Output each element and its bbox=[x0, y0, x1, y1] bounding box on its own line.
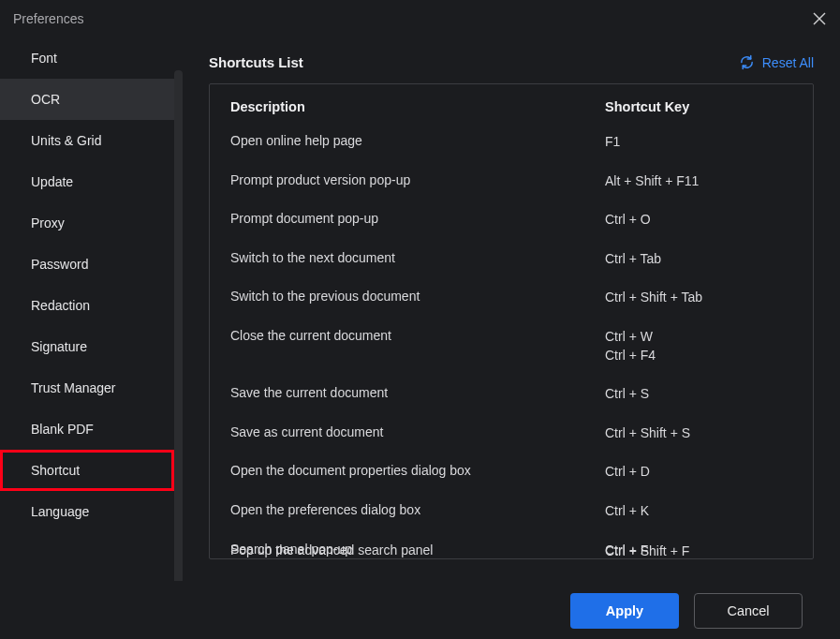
refresh-icon bbox=[739, 54, 755, 70]
main: Font OCR Units & Grid Update Proxy Passw… bbox=[0, 37, 840, 581]
sidebar-item-language[interactable]: Language bbox=[0, 491, 174, 532]
shortcut-row[interactable]: Save as current document Ctrl + Shift + … bbox=[230, 424, 792, 443]
shortcut-desc: Open the preferences dialog box bbox=[230, 502, 605, 517]
titlebar: Preferences bbox=[0, 0, 840, 37]
sidebar-item-ocr[interactable]: OCR bbox=[0, 79, 174, 120]
sidebar-item-signature[interactable]: Signature bbox=[0, 326, 174, 367]
cancel-button[interactable]: Cancel bbox=[694, 593, 803, 629]
close-icon bbox=[813, 12, 826, 25]
shortcut-desc: Switch to the next document bbox=[230, 250, 605, 265]
sidebar-item-proxy[interactable]: Proxy bbox=[0, 202, 174, 244]
shortcut-desc: Close the current document bbox=[230, 328, 605, 343]
shortcut-desc: Prompt document pop-up bbox=[230, 211, 605, 226]
sidebar: Font OCR Units & Grid Update Proxy Passw… bbox=[0, 37, 174, 581]
content: Shortcuts List Reset All Description Sho… bbox=[183, 37, 840, 581]
shortcut-desc: Pop up the advanced search panel bbox=[230, 542, 605, 557]
reset-all-label: Reset All bbox=[762, 55, 814, 70]
shortcut-row[interactable]: Close the current document Ctrl + W Ctrl… bbox=[230, 328, 792, 364]
sidebar-item-label: Shortcut bbox=[31, 463, 80, 478]
shortcut-desc: Switch to the previous document bbox=[230, 289, 605, 304]
shortcut-row[interactable]: Switch to the previous document Ctrl + S… bbox=[230, 289, 792, 307]
shortcut-key: Ctrl + Shift + Tab bbox=[605, 289, 792, 307]
sidebar-item-label: Password bbox=[31, 257, 88, 272]
sidebar-item-label: Font bbox=[31, 51, 57, 66]
shortcut-desc: Open online help page bbox=[230, 133, 605, 148]
column-shortcut-key: Shortcut Key bbox=[605, 99, 792, 114]
shortcut-row[interactable]: Open the document properties dialog box … bbox=[230, 463, 792, 482]
shortcuts-box: Description Shortcut Key Open online hel… bbox=[209, 83, 814, 559]
shortcut-row[interactable]: Prompt product version pop-up Alt + Shif… bbox=[230, 172, 792, 191]
sidebar-item-label: OCR bbox=[31, 92, 60, 107]
sidebar-item-label: Trust Manager bbox=[31, 380, 116, 395]
content-title: Shortcuts List bbox=[209, 54, 303, 70]
sidebar-item-update[interactable]: Update bbox=[0, 161, 174, 202]
shortcut-key: Ctrl + D bbox=[605, 463, 792, 482]
shortcut-key: Ctrl + Shift + S bbox=[605, 424, 792, 443]
sidebar-item-redaction[interactable]: Redaction bbox=[0, 285, 174, 326]
shortcut-row[interactable]: Switch to the next document Ctrl + Tab bbox=[230, 250, 792, 269]
shortcut-key: Ctrl + K bbox=[605, 502, 792, 521]
sidebar-item-label: Update bbox=[31, 174, 73, 189]
sidebar-item-label: Signature bbox=[31, 339, 87, 354]
column-description: Description bbox=[230, 99, 605, 114]
sidebar-scrollbar[interactable] bbox=[174, 70, 183, 604]
content-header: Shortcuts List Reset All bbox=[209, 54, 814, 70]
apply-button[interactable]: Apply bbox=[570, 593, 679, 629]
shortcut-row[interactable]: Save the current document Ctrl + S bbox=[230, 385, 792, 404]
shortcut-key: Ctrl + Shift + F bbox=[605, 542, 792, 559]
shortcut-row[interactable]: Open online help page F1 bbox=[230, 133, 792, 152]
cancel-label: Cancel bbox=[727, 603, 769, 618]
sidebar-item-label: Redaction bbox=[31, 298, 90, 313]
sidebar-item-blank-pdf[interactable]: Blank PDF bbox=[0, 409, 174, 450]
shortcut-key: F1 bbox=[605, 133, 792, 152]
footer: Apply Cancel bbox=[0, 581, 840, 639]
apply-label: Apply bbox=[606, 603, 643, 618]
shortcut-key: Ctrl + Tab bbox=[605, 250, 792, 269]
sidebar-item-trust-manager[interactable]: Trust Manager bbox=[0, 367, 174, 409]
shortcuts-header: Description Shortcut Key bbox=[230, 99, 792, 114]
shortcut-row[interactable]: Prompt document pop-up Ctrl + O bbox=[230, 211, 792, 230]
sidebar-item-label: Language bbox=[31, 504, 89, 519]
sidebar-item-password[interactable]: Password bbox=[0, 244, 174, 285]
sidebar-item-shortcut[interactable]: Shortcut bbox=[0, 450, 174, 491]
shortcut-desc: Prompt product version pop-up bbox=[230, 172, 605, 187]
shortcut-desc: Save as current document bbox=[230, 424, 605, 439]
sidebar-item-font[interactable]: Font bbox=[0, 37, 174, 79]
shortcut-key: Alt + Shift + F11 bbox=[605, 172, 792, 191]
shortcut-key: Ctrl + S bbox=[605, 385, 792, 404]
sidebar-wrap: Font OCR Units & Grid Update Proxy Passw… bbox=[0, 37, 183, 581]
shortcut-key: Ctrl + W Ctrl + F4 bbox=[605, 328, 792, 364]
sidebar-item-label: Units & Grid bbox=[31, 133, 101, 148]
shortcut-row-partial[interactable]: Pop up the advanced search panel Ctrl + … bbox=[230, 542, 792, 559]
shortcut-key: Ctrl + O bbox=[605, 211, 792, 230]
window-title: Preferences bbox=[13, 11, 83, 26]
shortcut-desc: Open the document properties dialog box bbox=[230, 463, 605, 478]
sidebar-item-units-grid[interactable]: Units & Grid bbox=[0, 120, 174, 161]
shortcut-desc: Save the current document bbox=[230, 385, 605, 400]
sidebar-item-label: Blank PDF bbox=[31, 422, 94, 437]
close-button[interactable] bbox=[812, 11, 827, 26]
shortcut-row[interactable]: Open the preferences dialog box Ctrl + K bbox=[230, 502, 792, 521]
reset-all-button[interactable]: Reset All bbox=[739, 54, 814, 70]
sidebar-item-label: Proxy bbox=[31, 215, 65, 230]
